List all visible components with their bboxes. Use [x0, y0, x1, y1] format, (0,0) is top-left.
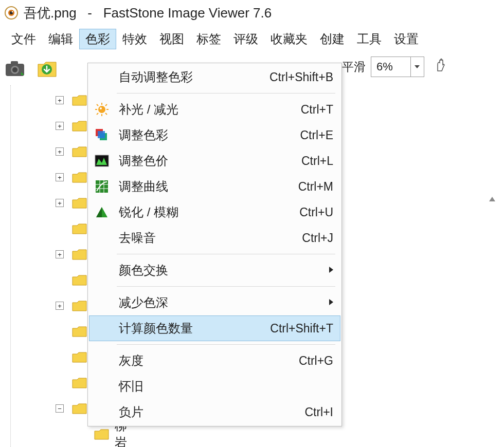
hand-icon[interactable] — [434, 58, 448, 76]
title-sep: - — [87, 5, 92, 21]
menu-评级[interactable]: 评级 — [227, 29, 264, 49]
blank-icon — [93, 295, 111, 310]
menu-separator — [117, 344, 335, 345]
collapse-icon[interactable]: − — [56, 404, 64, 413]
folder-icon — [72, 351, 87, 363]
title-appname: FastStone Image Viewer 7.6 — [103, 5, 272, 21]
svg-line-16 — [105, 104, 107, 106]
submenu-arrow-icon — [329, 298, 333, 307]
blank-icon — [93, 321, 111, 336]
scrollbar-up-icon[interactable] — [488, 193, 497, 207]
submenu-arrow-icon — [329, 266, 333, 275]
menu-item-shortcut: Ctrl+T — [301, 103, 333, 117]
menu-item-label: 颜色交换 — [119, 262, 329, 278]
zoom-combobox[interactable]: 6% — [371, 57, 424, 77]
menu-创建[interactable]: 创建 — [314, 29, 351, 49]
folder-icon — [72, 171, 87, 183]
menu-item-调整曲线[interactable]: 调整曲线Ctrl+M — [89, 174, 340, 199]
folder-icon — [72, 197, 87, 209]
menu-item-计算颜色数量[interactable]: 计算颜色数量Ctrl+Shift+T — [89, 315, 340, 341]
menu-item-怀旧[interactable]: 怀旧 — [89, 374, 340, 399]
menubar: 文件编辑色彩特效视图标签评级收藏夹创建工具设置 — [0, 26, 504, 52]
blank-icon — [93, 230, 111, 246]
svg-line-17 — [97, 113, 98, 115]
folder-icon — [72, 94, 87, 106]
menu-标签[interactable]: 标签 — [190, 29, 227, 49]
menu-item-负片[interactable]: 负片Ctrl+I — [89, 399, 340, 425]
menu-item-label: 调整色价 — [119, 153, 301, 169]
window-title: 吾优.png - FastStone Image Viewer 7.6 — [24, 4, 272, 22]
menu-item-label: 计算颜色数量 — [119, 320, 270, 337]
menu-item-label: 去噪音 — [119, 230, 302, 246]
menu-工具[interactable]: 工具 — [351, 29, 388, 49]
menu-item-label: 补光 / 减光 — [119, 101, 301, 118]
menu-item-label: 灰度 — [119, 352, 299, 369]
expand-icon[interactable]: + — [56, 173, 64, 181]
menu-视图[interactable]: 视图 — [153, 29, 190, 49]
menu-item-调整色价[interactable]: 调整色价Ctrl+L — [89, 148, 340, 174]
blank-icon — [93, 353, 111, 368]
grid-icon — [93, 179, 111, 194]
menu-item-shortcut: Ctrl+J — [302, 231, 333, 245]
expand-icon[interactable]: + — [56, 122, 64, 130]
menu-编辑[interactable]: 编辑 — [42, 29, 79, 49]
expand-icon[interactable]: + — [56, 302, 64, 310]
menu-设置[interactable]: 设置 — [388, 29, 425, 49]
svg-rect-5 — [11, 61, 18, 65]
menu-色彩[interactable]: 色彩 — [79, 29, 116, 49]
menu-item-减少色深[interactable]: 减少色深 — [89, 290, 340, 315]
zoom-value: 6% — [371, 60, 410, 73]
menu-item-灰度[interactable]: 灰度Ctrl+G — [89, 348, 340, 374]
folder-icon — [72, 377, 87, 389]
folder-icon — [72, 274, 87, 286]
chevron-down-icon[interactable] — [410, 57, 424, 77]
menu-item-label: 调整色彩 — [119, 127, 300, 143]
blank-icon — [93, 379, 111, 394]
expand-icon[interactable]: + — [56, 199, 64, 207]
folder-icon — [72, 248, 87, 260]
app-icon — [4, 6, 19, 20]
svg-point-18 — [100, 107, 102, 109]
rgb-icon — [93, 127, 111, 143]
menu-item-label: 锐化 / 模糊 — [119, 204, 299, 220]
triangle-icon — [93, 204, 111, 220]
menu-item-锐化 / 模糊[interactable]: 锐化 / 模糊Ctrl+U — [89, 199, 340, 225]
menu-item-label: 负片 — [119, 404, 304, 420]
svg-point-9 — [98, 106, 105, 113]
menu-item-自动调整色彩[interactable]: 自动调整色彩Ctrl+Shift+B — [89, 64, 340, 90]
expand-icon[interactable]: + — [56, 147, 64, 156]
svg-point-3 — [12, 11, 13, 13]
titlebar: 吾优.png - FastStone Image Viewer 7.6 — [0, 0, 504, 26]
camera-icon[interactable] — [4, 59, 27, 79]
menu-item-调整色彩[interactable]: 调整色彩Ctrl+E — [89, 122, 340, 148]
menu-separator — [117, 254, 335, 254]
menu-item-shortcut: Ctrl+E — [300, 128, 333, 142]
folder-icon — [94, 428, 110, 440]
svg-line-14 — [97, 104, 98, 106]
menu-item-颜色交换[interactable]: 颜色交换 — [89, 257, 340, 283]
folder-icon — [72, 120, 87, 132]
menu-item-去噪音[interactable]: 去噪音Ctrl+J — [89, 225, 340, 251]
menu-特效[interactable]: 特效 — [116, 29, 153, 49]
menu-item-补光 / 减光[interactable]: 补光 / 减光Ctrl+T — [89, 97, 340, 122]
menu-item-shortcut: Ctrl+U — [299, 206, 333, 219]
svg-rect-21 — [98, 131, 105, 138]
menu-文件[interactable]: 文件 — [5, 29, 42, 49]
blank-icon — [93, 404, 111, 420]
menu-item-label: 调整曲线 — [119, 178, 298, 195]
menu-收藏夹[interactable]: 收藏夹 — [264, 29, 314, 49]
menu-item-shortcut: Ctrl+G — [299, 354, 333, 368]
menu-item-shortcut: Ctrl+Shift+T — [270, 322, 333, 336]
menu-item-label: 怀旧 — [119, 378, 333, 395]
blank-icon — [93, 69, 111, 85]
blank-icon — [93, 263, 111, 278]
folder-icon — [72, 325, 87, 338]
expand-icon[interactable]: + — [56, 250, 64, 258]
smooth-label: 平滑 — [342, 59, 366, 75]
folder-icon — [72, 222, 87, 235]
download-folder-icon[interactable] — [36, 59, 59, 79]
color-menu-dropdown: 自动调整色彩Ctrl+Shift+B补光 / 减光Ctrl+T调整色彩Ctrl+… — [87, 63, 342, 426]
menu-separator — [117, 93, 335, 94]
menu-separator — [117, 286, 335, 287]
expand-icon[interactable]: + — [56, 96, 64, 104]
